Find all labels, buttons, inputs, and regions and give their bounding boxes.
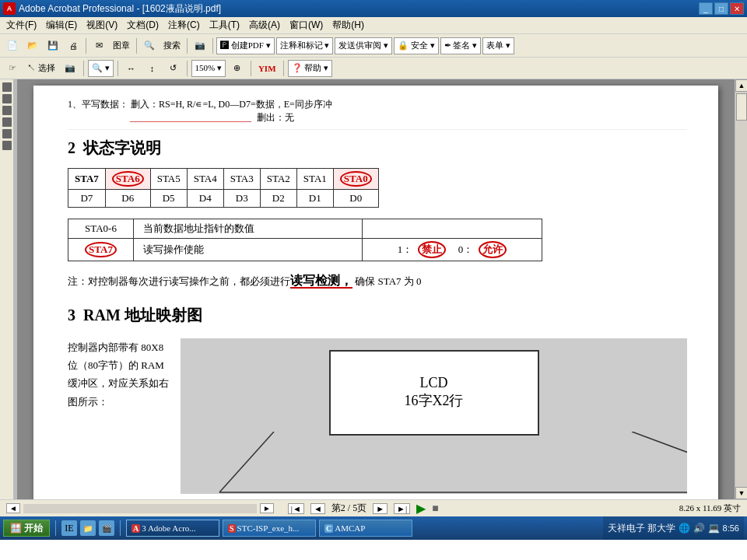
taskbar-acrobat[interactable]: A 3 Adobe Acro... [126, 520, 219, 537]
lcd-label-line2: 16字X2行 [405, 391, 464, 410]
zoom-level-dropdown[interactable]: 150% ▾ [191, 60, 226, 77]
scroll-down-button[interactable]: ▼ [735, 487, 747, 499]
d4-cell: D4 [187, 190, 223, 208]
section-2-text: 状态字说明 [83, 139, 161, 156]
acrobat-label: 3 Adobe Acro... [142, 523, 195, 533]
section-3-number: 3 [68, 306, 75, 324]
d6-cell: D6 [105, 190, 150, 208]
select-tool[interactable]: ↖ 选择 [24, 59, 58, 78]
document-scroll-area[interactable]: 1、平写数据： 删入：RS=H, R/∊=L, D0—D7=数据，E=同步序冲 … [17, 79, 735, 499]
sep9 [283, 61, 284, 76]
rotate[interactable]: ↺ [164, 59, 183, 78]
scroll-bar-left-btn[interactable]: ◄ [6, 503, 20, 513]
diagram-area: 控制器内部带有 80X8 位（80字节）的 RAM 缓冲区，对应关系如右图所示：… [68, 338, 687, 494]
maximize-button[interactable]: □ [714, 2, 728, 15]
plugin-btn[interactable]: YIM [255, 59, 279, 78]
minimize-button[interactable]: _ [699, 2, 713, 15]
scroll-track[interactable] [735, 92, 747, 487]
sta06-label: STA0-6 [68, 219, 134, 239]
audio-play-btn[interactable]: ▶ [416, 501, 426, 516]
sta-info-table: STA0-6 当前数据地址指针的数值 STA7 读写操作使能 1： 禁止 [68, 219, 542, 261]
form-dropdown[interactable]: 表单 ▾ [482, 37, 514, 54]
close-button[interactable]: ✕ [730, 2, 744, 15]
hand-tool[interactable]: ☞ [3, 59, 22, 78]
lcd-box: LCD 16字X2行 [329, 350, 539, 436]
section-3-title: 3 RAM 地址映射图 [68, 305, 687, 326]
taskbar-media-icon[interactable]: 🎬 [99, 520, 114, 536]
sta4-header: STA4 [187, 169, 223, 190]
left-icon-3[interactable] [2, 106, 12, 115]
start-button[interactable]: 🪟 开始 [3, 520, 50, 537]
app-icon: A [3, 2, 16, 15]
taskbar-ie-icon[interactable]: IE [61, 520, 77, 536]
sep1 [86, 38, 86, 54]
section-3: 3 RAM 地址映射图 控制器内部带有 80X8 位（80字节）的 RAM 缓冲… [68, 305, 687, 494]
help-dropdown[interactable]: ❓ 帮助 ▾ [288, 60, 333, 77]
horizontal-scrollbar[interactable] [23, 504, 257, 513]
open-button[interactable]: 📂 [23, 37, 42, 55]
snapshot-tool[interactable]: 📷 [61, 59, 79, 78]
stcisp-label: STC-ISP_exe_h... [237, 523, 300, 533]
taskbar-stcisp[interactable]: S STC-ISP_exe_h... [223, 520, 316, 537]
print-button[interactable]: 🖨 [64, 37, 82, 55]
menu-view[interactable]: 视图(V) [82, 17, 122, 33]
sign-dropdown[interactable]: ✒ 签名 ▾ [440, 37, 482, 54]
taskbar-folder-icon[interactable]: 📁 [80, 520, 96, 536]
zoom-in[interactable]: ⊕ [228, 59, 247, 78]
security-dropdown[interactable]: 🔒 安全 ▾ [394, 37, 439, 54]
scrollbar-right: ▲ ▼ [735, 79, 747, 499]
left-icon-6[interactable] [2, 141, 12, 150]
page-size-display: 8.26 x 11.69 英寸 [679, 502, 741, 514]
stcisp-icon: S [228, 524, 236, 533]
zoom-dropdown[interactable]: 🔍 ▾ [88, 60, 114, 77]
audio-stop-btn[interactable]: ■ [432, 502, 438, 515]
review-dropdown[interactable]: 发送供审阅 ▾ [335, 37, 392, 54]
comment-dropdown[interactable]: 注释和标记 ▾ [276, 37, 334, 54]
email-button[interactable]: ✉ [89, 37, 108, 55]
sta1-header: STA1 [296, 169, 333, 190]
first-page-btn[interactable]: |◄ [288, 503, 304, 514]
search-button[interactable]: 🔍 [140, 37, 159, 55]
search-text-button[interactable]: 搜索 [160, 37, 184, 55]
main-area: 1、平写数据： 删入：RS=H, R/∊=L, D0—D7=数据，E=同步序冲 … [0, 79, 747, 499]
taskbar-amcap[interactable]: C AMCAP [319, 520, 412, 537]
save-button[interactable]: 💾 [44, 37, 62, 55]
left-panel [0, 79, 14, 499]
left-icon-5[interactable] [2, 129, 12, 138]
lcd-diagram: LCD 16字X2行 [181, 338, 687, 494]
snapshot-button[interactable]: 📷 [191, 37, 209, 55]
left-icon-2[interactable] [2, 94, 12, 103]
menu-comment[interactable]: 注释(C) [163, 17, 205, 33]
menu-doc[interactable]: 文档(D) [122, 17, 163, 33]
section-3-text: RAM 地址映射图 [83, 306, 202, 324]
menu-help[interactable]: 帮助(H) [328, 17, 369, 33]
next-page-btn[interactable]: ► [373, 503, 388, 514]
amcap-icon: C [324, 524, 333, 533]
stamp-button[interactable]: 图章 [110, 37, 133, 55]
menu-edit[interactable]: 编辑(E) [41, 17, 82, 33]
create-pdf-dropdown[interactable]: 🅿 创建PDF ▾ [216, 37, 275, 54]
left-icon-4[interactable] [2, 117, 12, 127]
menu-file[interactable]: 文件(F) [2, 17, 41, 33]
fit-page[interactable]: ↕ [143, 59, 162, 78]
table-row-bits: D7 D6 D5 D4 D3 D2 D1 D0 [68, 190, 379, 208]
scroll-bar-right-btn[interactable]: ► [260, 503, 274, 513]
menu-tools[interactable]: 工具(T) [205, 17, 244, 33]
menu-window[interactable]: 窗口(W) [285, 17, 328, 33]
start-icon: 🪟 [10, 523, 22, 534]
scroll-up-button[interactable]: ▲ [735, 79, 747, 92]
fit-width[interactable]: ↔ [122, 59, 141, 78]
sta2-header: STA2 [260, 169, 296, 190]
menu-advanced[interactable]: 高级(A) [244, 17, 285, 33]
last-page-btn[interactable]: ►| [394, 503, 410, 514]
amcap-label: AMCAP [335, 523, 365, 533]
title-bar: A Adobe Acrobat Professional - [1602液晶说明… [0, 0, 747, 17]
taskbar-time: 8:56 [723, 523, 739, 533]
sta7-desc: 读写操作使能 [134, 239, 363, 261]
prev-page-btn[interactable]: ◄ [310, 503, 325, 514]
toolbar-main: 📄 📂 💾 🖨 ✉ 图章 🔍 搜索 📷 🅿 创建PDF ▾ 注释和标记 ▾ 发送… [0, 34, 747, 58]
left-icon-1[interactable] [2, 82, 12, 92]
sta06-value [363, 219, 542, 239]
new-button[interactable]: 📄 [3, 37, 22, 55]
scroll-thumb[interactable] [736, 93, 747, 121]
